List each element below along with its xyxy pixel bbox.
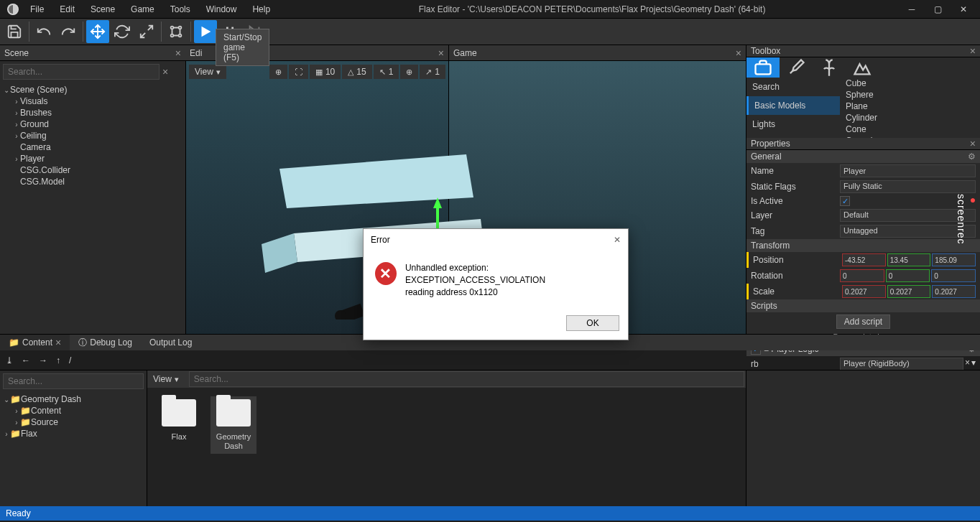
toolbox-terrain-icon[interactable] [846,57,879,78]
breadcrumb[interactable]: / [69,355,71,365]
scene-search-clear[interactable]: × [162,66,168,78]
tree-row[interactable]: ›📁 Flax [3,428,144,439]
viewport-angle[interactable]: △ 15 [342,65,371,79]
toolbox-cat-lights[interactable]: Lights [746,115,840,134]
toolbox-paint-icon[interactable] [780,57,813,78]
rot-x-input[interactable]: 0 [840,269,884,282]
undo-button[interactable] [32,20,55,43]
toolbox-cat-basicmodels[interactable]: Basic Models [746,96,840,115]
isactive-checkbox[interactable]: ✓ [840,196,850,206]
menu-file[interactable]: File [23,1,51,17]
tree-row[interactable]: Camera [3,141,182,153]
scale-tool-button[interactable] [135,20,158,43]
content-nav: ⤓ ← → ↑ / [0,350,980,370]
toolbox-item[interactable]: Cube [840,78,980,89]
menu-edit[interactable]: Edit [52,1,82,17]
rot-z-input[interactable]: 0 [931,269,976,282]
viewport-camera-icon[interactable]: ⊕ [269,65,287,79]
toolbox-close[interactable]: × [970,45,976,57]
gear-icon[interactable]: ⚙ [968,152,976,162]
folder-item[interactable]: Geometry Dash [211,396,256,454]
scl-z-input[interactable]: 0.2027 [932,285,976,298]
toolbox-item[interactable]: Plane [840,101,980,112]
scene-panel-close[interactable]: × [175,47,181,59]
nav-up-icon[interactable]: ↑ [56,355,60,365]
dialog-close-icon[interactable]: ✕ [614,235,621,245]
content-tree-search[interactable] [3,373,144,389]
viewport-grid[interactable]: ▦ 10 [310,65,341,79]
toolbox-foliage-icon[interactable] [813,57,846,78]
rotate-tool-button[interactable] [111,20,134,43]
minimize-button[interactable]: ─ [907,4,917,14]
tree-row[interactable]: ›📁 Content [3,405,144,416]
maximize-button[interactable]: ▢ [933,4,943,14]
tree-row[interactable]: ›📁 Source [3,416,144,428]
toolbox-title: Toolbox [751,46,780,56]
tab-debuglog[interactable]: ⓘ Debug Log [70,335,141,350]
tab-outputlog[interactable]: Output Log [141,335,200,350]
save-button[interactable] [3,20,26,43]
pos-z-input[interactable]: 185.09 [932,253,976,266]
scl-y-input[interactable]: 0.2027 [887,285,931,298]
viewport-globe-icon[interactable]: ⊕ [400,65,418,79]
redo-button[interactable] [57,20,80,43]
folder-item[interactable]: Flax [156,396,202,454]
toolbar: Start/Stop game (F5) [0,19,980,45]
position-label: Position [753,255,842,265]
scene-search-input[interactable] [3,64,160,80]
staticflags-select[interactable]: Fully Static [840,180,976,193]
menu-window[interactable]: Window [199,1,244,17]
viewport-snap1[interactable]: ↖ 1 [374,65,399,79]
viewport-snap2[interactable]: ↗ 1 [420,65,445,79]
toolbox-item[interactable]: Sphere [840,89,980,101]
tree-row[interactable]: CSG.Model [3,176,182,187]
add-script-button[interactable]: Add script [836,314,890,329]
play-button[interactable]: Start/Stop game (F5) [194,20,217,43]
menu-game[interactable]: Game [124,1,162,17]
content-search-input[interactable] [189,371,744,387]
properties-close[interactable]: × [970,138,976,149]
toolbox-cat-search[interactable]: Search [746,78,840,96]
tree-row[interactable]: CSG.Collider [3,164,182,176]
tree-row[interactable]: ›Brushes [3,107,182,118]
nav-forward-icon[interactable]: → [39,355,47,365]
svg-point-1 [171,27,174,29]
tag-label: Tag [751,226,840,236]
window-title: Flax Editor - 'C:\Users\DEACON PETER\Doc… [277,4,907,14]
import-icon[interactable]: ⤓ [6,355,13,365]
view-dropdown[interactable]: View ▾ [189,65,226,79]
editor-panel-close[interactable]: × [438,47,444,59]
dialog-ok-button[interactable]: OK [566,315,619,331]
scene-panel: Scene× × ⌄Scene (Scene) ›Visuals ›Brushe… [0,45,185,334]
toolbox-item[interactable]: Cylinder [840,112,980,123]
toolbox-item[interactable]: Cone [840,123,980,135]
tree-row[interactable]: ›Player [3,153,182,164]
content-view-dropdown[interactable]: View ▾ [147,372,185,386]
tree-row[interactable]: ⌄Scene (Scene) [3,84,182,95]
scl-x-input[interactable]: 0.2027 [842,285,886,298]
menu-scene[interactable]: Scene [83,1,122,17]
tree-row[interactable]: ›Ground [3,118,182,130]
pos-y-input[interactable]: 13.45 [887,253,931,266]
tab-content[interactable]: 📁 Content × [0,335,70,350]
tree-row[interactable]: ›Visuals [3,95,182,107]
folder-icon [216,399,251,427]
game-panel-close[interactable]: × [736,47,741,59]
rot-y-input[interactable]: 0 [886,269,930,282]
error-dialog: Error✕ ✕ Unhandled exception: EXCEPTION_… [363,228,629,340]
tree-row[interactable]: ›Ceiling [3,130,182,141]
menu-help[interactable]: Help [245,1,277,17]
name-input[interactable] [840,164,976,177]
tree-row[interactable]: ⌄📁 Geometry Dash [3,393,144,405]
menu-tools[interactable]: Tools [163,1,198,17]
pos-x-input[interactable]: -43.52 [842,253,886,266]
play-tooltip: Start/Stop game (F5) [216,29,269,66]
viewport-expand-icon[interactable]: ⛶ [289,65,308,79]
section-transform: Transform [751,241,790,251]
move-tool-button[interactable] [86,20,109,43]
dialog-message: Unhandled exception: EXCEPTION_ACCESS_VI… [405,262,616,298]
close-button[interactable]: ✕ [958,4,969,14]
toolbox-primitives-icon[interactable] [746,57,780,78]
scene-graph-button[interactable] [165,20,188,43]
nav-back-icon[interactable]: ← [22,355,30,365]
